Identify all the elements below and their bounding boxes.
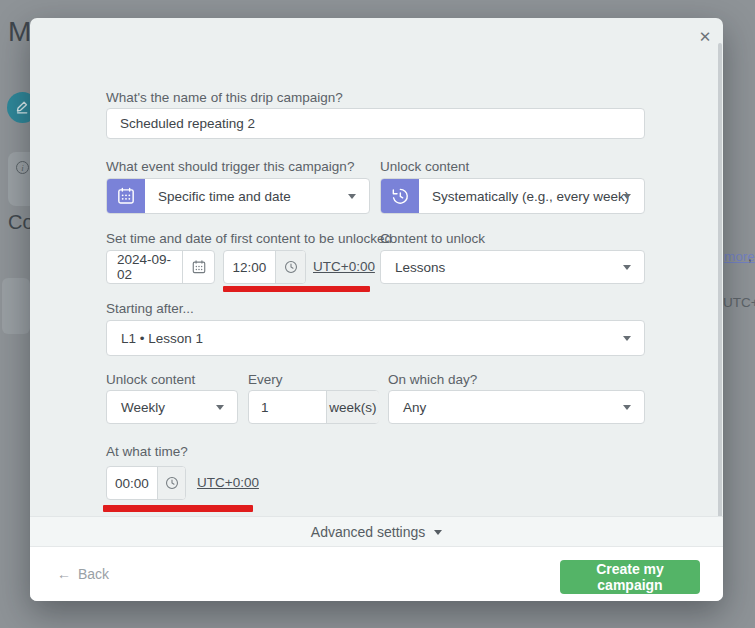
starting-after-dropdown[interactable]: L1 • Lesson 1	[106, 320, 645, 356]
content-to-unlock-label: Content to unlock	[380, 231, 485, 246]
chevron-down-icon	[623, 336, 631, 341]
day-label: On which day?	[388, 372, 477, 387]
starting-after-value: L1 • Lesson 1	[121, 331, 203, 346]
annotation-underline	[103, 505, 253, 512]
frequency-label: Unlock content	[106, 372, 195, 387]
info-icon: i	[16, 161, 29, 174]
chevron-down-icon	[623, 265, 631, 270]
content-to-unlock-dropdown[interactable]: Lessons	[380, 250, 645, 284]
at-time-field[interactable]: 00:00	[106, 466, 186, 500]
history-clock-icon	[381, 179, 419, 213]
annotation-underline	[223, 286, 370, 292]
campaign-name-field	[106, 108, 645, 139]
pencil-edit-icon	[14, 99, 31, 116]
frequency-dropdown[interactable]: Weekly	[106, 390, 238, 424]
at-time-timezone-link[interactable]: UTC+0:00	[197, 475, 259, 490]
modal-footer: ← Back Create my campaign	[30, 546, 723, 601]
first-unlock-time-field[interactable]: 12:00	[223, 250, 306, 284]
unlock-content-label: Unlock content	[380, 159, 469, 174]
campaign-name-input[interactable]	[107, 116, 644, 131]
content-to-unlock-value: Lessons	[395, 260, 445, 275]
first-unlock-date-field[interactable]: 2024-09-02	[106, 250, 215, 284]
create-campaign-button[interactable]: Create my campaign	[560, 560, 700, 594]
clock-icon[interactable]	[157, 467, 185, 499]
back-link[interactable]: ← Back	[57, 547, 109, 601]
background-utc-partial: UTC+0	[723, 295, 755, 310]
starting-after-label: Starting after...	[106, 301, 194, 316]
every-input[interactable]	[249, 400, 326, 415]
background-more-suffix: ,	[748, 249, 752, 264]
chevron-down-icon	[623, 405, 631, 410]
day-value: Any	[403, 400, 426, 415]
modal-scrollbar-thumb[interactable]	[718, 43, 722, 546]
calendar-picker-icon[interactable]	[182, 251, 214, 283]
clock-icon[interactable]	[275, 251, 305, 283]
chevron-down-icon	[623, 194, 631, 199]
advanced-settings-label: Advanced settings	[311, 524, 425, 540]
first-unlock-label: Set time and date of first content to be…	[106, 231, 392, 246]
unlock-mode-value: Systematically (e.g., every week)	[432, 189, 629, 204]
first-unlock-timezone-link[interactable]: UTC+0:00	[313, 259, 375, 274]
advanced-settings-toggle[interactable]: Advanced settings	[30, 516, 723, 546]
unlock-mode-dropdown[interactable]: Systematically (e.g., every week)	[380, 178, 645, 214]
background-card	[2, 278, 30, 334]
every-label: Every	[248, 372, 283, 387]
page: Ma i Cou more , UTC+0 ✕ What's the name …	[0, 0, 755, 628]
every-suffix: week(s)	[326, 391, 379, 423]
trigger-value: Specific time and date	[158, 189, 291, 204]
close-icon[interactable]: ✕	[696, 28, 714, 46]
frequency-value: Weekly	[121, 400, 165, 415]
every-input-wrap	[249, 391, 326, 423]
at-time-label: At what time?	[106, 444, 188, 459]
trigger-label: What event should trigger this campaign?	[106, 159, 354, 174]
chevron-down-icon	[216, 405, 224, 410]
campaign-name-label: What's the name of this drip campaign?	[106, 90, 343, 105]
trigger-dropdown[interactable]: Specific time and date	[106, 178, 370, 214]
day-dropdown[interactable]: Any	[388, 390, 645, 424]
create-drip-campaign-modal: ✕ What's the name of this drip campaign?…	[30, 18, 723, 601]
back-arrow-icon: ←	[57, 566, 71, 582]
every-field: week(s)	[248, 390, 379, 424]
chevron-down-icon	[434, 530, 442, 535]
at-time-value: 00:00	[107, 467, 157, 499]
first-unlock-date-value: 2024-09-02	[107, 251, 182, 283]
calendar-icon	[107, 179, 145, 213]
back-label: Back	[78, 566, 109, 582]
first-unlock-time-value: 12:00	[224, 251, 275, 283]
chevron-down-icon	[348, 194, 356, 199]
